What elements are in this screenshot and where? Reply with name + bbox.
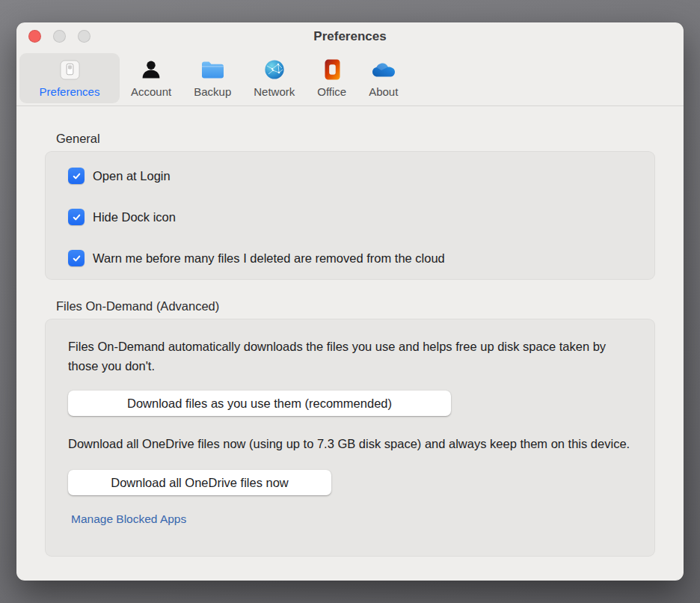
titlebar: Preferences [16,22,684,52]
general-panel: Open at Login Hide Dock icon Warn me bef… [45,151,655,280]
tab-office-label: Office [317,85,346,98]
tab-network-label: Network [254,85,295,98]
download-as-used-button[interactable]: Download files as you use them (recommen… [68,391,451,416]
warn-before-delete-label: Warn me before many files I deleted are … [93,251,445,266]
tab-about-label: About [369,85,398,98]
content-area: General Open at Login Hide Dock icon [16,106,684,557]
tab-office[interactable]: Office [306,53,357,103]
hide-dock-icon-label: Hide Dock icon [93,210,176,224]
tab-network[interactable]: Network [242,53,306,103]
files-on-demand-panel: Files On-Demand automatically downloads … [45,319,655,557]
office-logo-icon [322,58,343,82]
checkbox-row-open-at-login[interactable]: Open at Login [68,168,632,184]
tab-account-label: Account [131,85,171,98]
window-title: Preferences [16,29,684,44]
tab-about[interactable]: About [357,53,409,103]
checkmark-icon [71,212,82,223]
general-section-title: General [56,132,684,146]
tab-account[interactable]: Account [120,53,182,103]
globe-icon [263,58,286,82]
download-all-description: Download all OneDrive files now (using u… [68,434,632,453]
checkbox-row-warn-before-delete[interactable]: Warn me before many files I deleted are … [68,250,632,266]
tab-backup-label: Backup [194,85,231,98]
open-at-login-checkbox[interactable] [68,168,85,184]
files-on-demand-description: Files On-Demand automatically downloads … [68,337,632,376]
checkmark-icon [71,253,82,264]
tab-preferences-label: Preferences [40,85,100,98]
folder-icon [200,58,225,82]
files-on-demand-section-title: Files On-Demand (Advanced) [56,299,684,313]
open-at-login-label: Open at Login [93,169,171,183]
manage-blocked-apps-link[interactable]: Manage Blocked Apps [71,512,186,526]
toolbar: Preferences Account [19,53,409,105]
person-icon [140,58,162,82]
switch-icon [59,58,81,82]
download-all-button[interactable]: Download all OneDrive files now [68,470,331,495]
tab-preferences[interactable]: Preferences [19,53,120,103]
onedrive-cloud-icon [371,58,396,82]
warn-before-delete-checkbox[interactable] [68,250,85,266]
tab-backup[interactable]: Backup [182,53,242,103]
checkbox-row-hide-dock-icon[interactable]: Hide Dock icon [68,209,632,225]
checkmark-icon [71,171,82,182]
hide-dock-icon-checkbox[interactable] [68,209,85,225]
preferences-window: Preferences Preferences Account [16,22,684,581]
